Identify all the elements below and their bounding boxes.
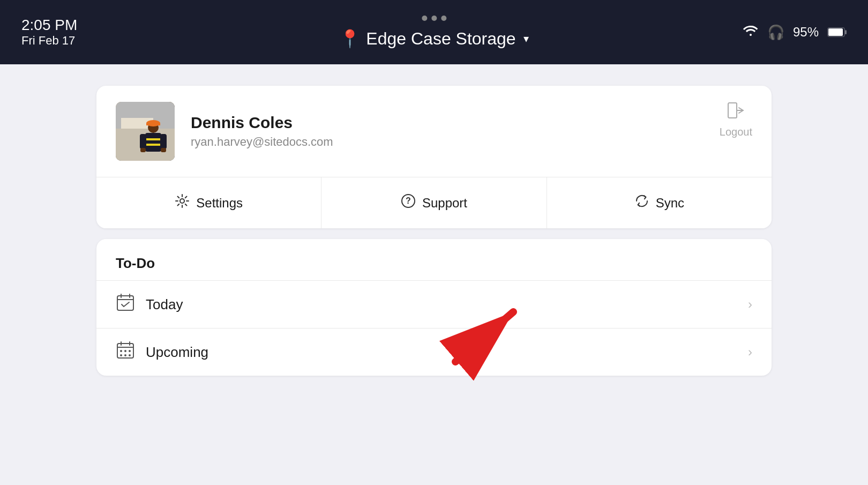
svg-point-31 [129,350,131,352]
support-label: Support [422,196,467,211]
svg-rect-10 [145,138,161,140]
todo-item-today[interactable]: Today › [96,280,772,328]
svg-rect-14 [140,148,146,152]
support-icon: ? [401,193,416,212]
status-dots [422,16,446,21]
main-content: Dennis Coles ryan.harvey@sitedocs.com Lo… [0,64,868,397]
todo-item-upcoming-left: Upcoming [116,340,208,364]
todo-item-today-left: Today [116,293,183,316]
today-chevron-icon: › [748,297,752,312]
svg-rect-11 [145,144,161,146]
battery-icon [827,27,847,37]
todo-item-upcoming[interactable]: Upcoming › [96,328,772,376]
status-dot-2 [431,16,437,21]
profile-card: Dennis Coles ryan.harvey@sitedocs.com Lo… [96,86,772,228]
svg-rect-21 [117,296,133,310]
status-dot-1 [422,16,427,21]
sync-label: Sync [656,196,684,211]
settings-icon [175,193,190,212]
chevron-down-icon: ▾ [523,32,529,45]
upcoming-chevron-icon: › [748,345,752,360]
svg-point-33 [124,354,126,356]
logout-icon [727,102,744,123]
status-bar: 2:05 PM Fri Feb 17 📍 Edge Case Storage ▾… [0,0,868,64]
user-name: Dennis Coles [191,114,752,132]
user-info: Dennis Coles ryan.harvey@sitedocs.com [191,114,752,149]
settings-button[interactable]: Settings [96,177,321,228]
status-right: 🎧 95% [743,24,847,41]
logout-label: Logout [720,126,752,138]
todo-card: To-Do Today › [96,239,772,376]
svg-rect-9 [145,133,161,152]
status-left: 2:05 PM Fri Feb 17 [21,17,77,48]
svg-text:?: ? [406,196,411,205]
svg-rect-13 [160,134,167,149]
location-pin-icon: 📍 [339,28,361,49]
main-wrapper: Dennis Coles ryan.harvey@sitedocs.com Lo… [0,64,868,397]
headphone-icon: 🎧 [767,24,784,41]
support-button[interactable]: ? Support [321,177,546,228]
svg-point-30 [124,350,126,352]
svg-point-18 [180,199,184,203]
settings-label: Settings [196,196,243,211]
sync-icon [634,193,649,212]
battery-percentage: 95% [793,25,819,40]
today-icon [116,293,135,316]
status-center: 📍 Edge Case Storage ▾ [339,16,528,49]
todo-header: To-Do [96,239,772,280]
svg-rect-12 [140,134,146,149]
wifi-icon [743,24,759,40]
status-date: Fri Feb 17 [21,34,77,48]
user-email: ryan.harvey@sitedocs.com [191,135,752,149]
upcoming-label: Upcoming [146,344,208,361]
location-title[interactable]: 📍 Edge Case Storage ▾ [339,28,528,49]
svg-rect-8 [146,123,160,125]
profile-actions: Settings ? Support [96,177,772,228]
avatar [116,102,175,161]
status-time: 2:05 PM [21,17,77,34]
profile-top: Dennis Coles ryan.harvey@sitedocs.com Lo… [96,86,772,177]
svg-rect-15 [161,148,166,152]
svg-point-32 [120,354,122,356]
sync-button[interactable]: Sync [547,177,772,228]
svg-rect-1 [828,28,843,36]
svg-point-34 [129,354,131,356]
svg-point-29 [120,350,122,352]
svg-rect-2 [845,30,847,34]
logout-button[interactable]: Logout [720,102,752,138]
status-dot-3 [441,16,446,21]
today-label: Today [146,296,183,313]
upcoming-icon [116,340,135,364]
svg-rect-16 [728,103,737,118]
location-name: Edge Case Storage [366,29,515,49]
